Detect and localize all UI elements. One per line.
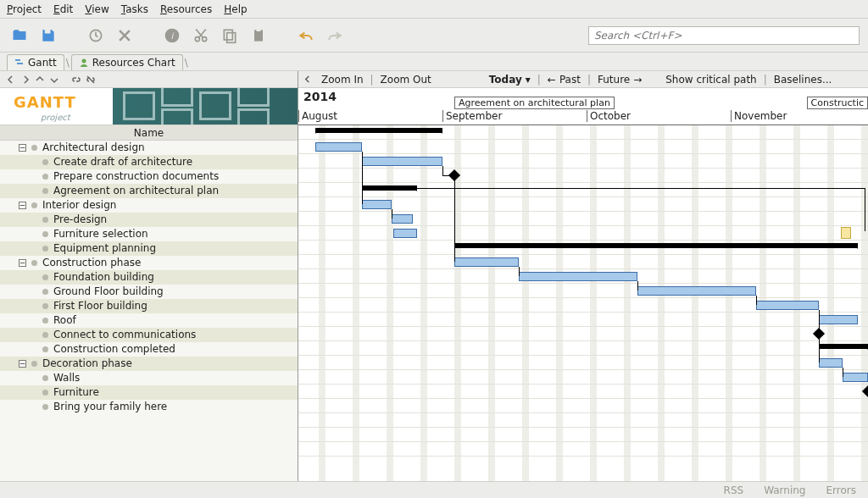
- svg-rect-5: [224, 30, 232, 40]
- menu-project[interactable]: Project: [7, 3, 42, 15]
- task-row[interactable]: −Interior design: [0, 198, 298, 213]
- task-row[interactable]: Furniture selection: [0, 227, 298, 241]
- summary-bar[interactable]: [819, 344, 868, 349]
- task-row[interactable]: Walls: [0, 371, 298, 385]
- zoom-out-button[interactable]: Zoom Out: [381, 74, 431, 86]
- tab-resources[interactable]: Resources Chart: [71, 54, 183, 70]
- task-row[interactable]: Ground Floor building: [0, 285, 298, 299]
- baselines-button[interactable]: Baselines...: [774, 74, 832, 86]
- task-bar[interactable]: [454, 257, 519, 267]
- gantt-timescale: 2014 Agreement on architectural plan Con…: [298, 88, 868, 125]
- task-label: Interior design: [42, 198, 116, 213]
- task-row[interactable]: Connect to communications: [0, 328, 298, 342]
- month-label: August: [298, 110, 337, 122]
- paste-icon[interactable]: [248, 25, 270, 47]
- task-row[interactable]: Create draft of architecture: [0, 155, 298, 169]
- menu-edit[interactable]: Edit: [53, 3, 73, 15]
- search-input[interactable]: [588, 26, 860, 45]
- task-bar[interactable]: [393, 229, 417, 238]
- arrow-left-icon[interactable]: [5, 74, 17, 86]
- note-icon[interactable]: [841, 227, 851, 239]
- bullet-icon: [42, 217, 48, 223]
- refresh-icon[interactable]: [85, 25, 107, 47]
- gantt-chart[interactable]: [298, 125, 868, 481]
- cut-icon[interactable]: [190, 25, 212, 47]
- task-row[interactable]: −Decoration phase: [0, 357, 298, 371]
- status-warning[interactable]: Warning: [764, 484, 805, 496]
- task-bar[interactable]: [362, 157, 442, 166]
- task-label: Foundation building: [53, 270, 154, 285]
- bullet-icon: [42, 390, 48, 396]
- zoom-in-button[interactable]: Zoom In: [321, 74, 364, 86]
- task-row[interactable]: −Construction phase: [0, 256, 298, 270]
- today-button[interactable]: Today: [489, 74, 522, 86]
- bullet-icon: [31, 260, 37, 266]
- save-icon[interactable]: [37, 25, 59, 47]
- arrow-up-icon[interactable]: [34, 74, 46, 86]
- task-tree[interactable]: −Architectural designCreate draft of arc…: [0, 141, 298, 481]
- status-rss[interactable]: RSS: [724, 484, 744, 496]
- collapse-icon[interactable]: −: [19, 360, 26, 368]
- unlink-icon[interactable]: [85, 74, 97, 86]
- chevron-down-icon[interactable]: ▾: [526, 74, 531, 86]
- task-row[interactable]: Prepare construction documents: [0, 169, 298, 184]
- task-row[interactable]: Construction completed: [0, 342, 298, 357]
- arrow-down-icon[interactable]: [48, 74, 60, 86]
- menu-tasks[interactable]: Tasks: [121, 3, 148, 15]
- delete-icon[interactable]: [114, 25, 136, 47]
- bullet-icon: [42, 375, 48, 381]
- task-bar[interactable]: [637, 286, 756, 296]
- menu-view[interactable]: View: [85, 3, 108, 15]
- task-bar[interactable]: [362, 200, 392, 209]
- summary-bar[interactable]: [454, 243, 858, 248]
- task-bar[interactable]: [392, 214, 413, 224]
- task-label: Connect to communications: [53, 328, 196, 342]
- task-bar[interactable]: [519, 272, 637, 281]
- task-bar[interactable]: [819, 315, 858, 324]
- task-label: Walls: [53, 371, 80, 385]
- undo-icon[interactable]: [295, 25, 317, 47]
- gantt-toolbar: Zoom In | Zoom Out Today ▾ | ← Past | Fu…: [298, 71, 868, 88]
- task-row[interactable]: Equipment planning: [0, 241, 298, 256]
- future-button[interactable]: Future: [598, 74, 630, 86]
- task-row[interactable]: Pre-design: [0, 213, 298, 227]
- status-errors[interactable]: Errors: [826, 484, 856, 496]
- callout-agreement: Agreement on architectural plan: [454, 97, 615, 109]
- task-bar[interactable]: [756, 301, 819, 310]
- task-row[interactable]: Furniture: [0, 385, 298, 400]
- svg-rect-10: [17, 63, 23, 64]
- task-row[interactable]: Roof: [0, 313, 298, 328]
- menu-help[interactable]: Help: [224, 3, 247, 15]
- critical-path-button[interactable]: Show critical path: [665, 74, 756, 86]
- task-row[interactable]: −Architectural design: [0, 141, 298, 155]
- task-label: Roof: [53, 313, 76, 328]
- task-bar[interactable]: [315, 142, 362, 152]
- svg-rect-8: [257, 28, 261, 30]
- summary-bar[interactable]: [362, 185, 417, 191]
- tab-gantt[interactable]: Gantt: [7, 54, 64, 70]
- collapse-icon[interactable]: −: [19, 202, 26, 209]
- gantt-icon: [14, 58, 25, 68]
- task-row[interactable]: Agreement on architectural plan: [0, 184, 298, 198]
- link-icon[interactable]: [70, 74, 82, 86]
- redo-icon[interactable]: [324, 25, 346, 47]
- info-icon[interactable]: i: [161, 25, 183, 47]
- task-row[interactable]: Bring your family here: [0, 400, 298, 414]
- task-label: Bring your family here: [53, 400, 167, 414]
- bullet-icon: [42, 303, 48, 309]
- past-button[interactable]: Past: [559, 74, 581, 86]
- arrow-right-icon[interactable]: [19, 74, 31, 86]
- copy-icon[interactable]: [219, 25, 241, 47]
- summary-bar[interactable]: [315, 128, 442, 133]
- task-bar[interactable]: [819, 358, 843, 368]
- scroll-left-icon[interactable]: [303, 74, 311, 86]
- task-row[interactable]: Foundation building: [0, 270, 298, 285]
- callout-construction: Constructic: [807, 97, 868, 109]
- task-bar[interactable]: [843, 373, 868, 382]
- task-row[interactable]: First Floor building: [0, 299, 298, 313]
- menu-resources[interactable]: Resources: [160, 3, 212, 15]
- collapse-icon[interactable]: −: [19, 259, 26, 267]
- toolbar: i: [0, 19, 868, 53]
- open-icon[interactable]: [8, 25, 31, 47]
- collapse-icon[interactable]: −: [19, 144, 26, 152]
